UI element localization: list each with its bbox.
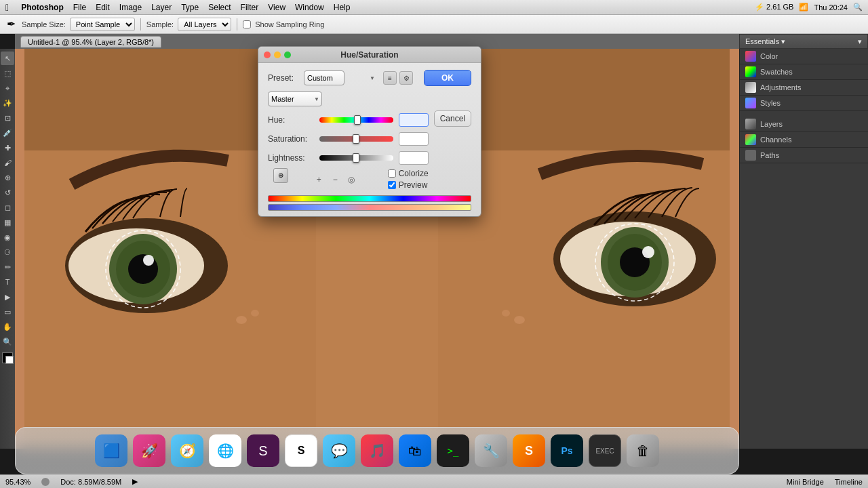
active-tab[interactable]: Untitled-1 @ 95.4% (Layer 2, RGB/8*) <box>20 36 161 47</box>
timeline-tab[interactable]: Timeline <box>835 478 863 486</box>
ok-button[interactable]: OK <box>424 70 471 86</box>
hue-input[interactable]: +39 <box>399 113 429 127</box>
wand-tool[interactable]: ✨ <box>1 96 14 110</box>
menu-image[interactable]: Image <box>119 3 142 12</box>
panel-adjustments[interactable]: Adjustments <box>740 80 868 96</box>
clone-tool[interactable]: ⊕ <box>1 171 14 184</box>
panel-color[interactable]: Color <box>740 49 868 64</box>
preview-checkbox[interactable] <box>388 181 396 189</box>
dock-exec[interactable]: EXEC <box>589 434 621 467</box>
dock-finder[interactable]: 🟦 <box>95 434 127 467</box>
lightness-input[interactable]: 0 <box>399 151 429 165</box>
gradient-tool[interactable]: ▦ <box>1 216 14 229</box>
foreground-color[interactable] <box>2 352 13 363</box>
menu-window[interactable]: Window <box>295 3 324 12</box>
eyedropper-tool[interactable]: 💉 <box>1 126 14 140</box>
saturation-input[interactable]: 0 <box>399 132 429 146</box>
select-tool[interactable]: ⬚ <box>1 66 14 80</box>
maximize-window-button[interactable] <box>284 52 291 58</box>
panel-layers[interactable]: Layers <box>740 117 868 132</box>
lightness-slider-track[interactable] <box>319 155 393 161</box>
dock-photoshop[interactable]: Ps <box>551 434 583 467</box>
menu-photoshop[interactable]: Photoshop <box>21 3 64 12</box>
dock-safari[interactable]: 🧭 <box>171 434 203 467</box>
preset-save-button[interactable]: ≡ <box>383 71 397 85</box>
panel-styles[interactable]: Styles <box>740 96 868 111</box>
panel-swatches[interactable]: Swatches <box>740 64 868 80</box>
menu-filter[interactable]: Filter <box>241 3 259 12</box>
dialog-title-bar: Hue/Saturation <box>258 47 481 63</box>
menu-layer[interactable]: Layer <box>151 3 172 12</box>
colorize-checkbox[interactable] <box>388 169 396 178</box>
expand-icon[interactable]: ▶ <box>132 477 138 486</box>
dock-messages[interactable]: 💬 <box>323 434 355 467</box>
lasso-tool[interactable]: ⌖ <box>1 81 14 95</box>
doc-info: Doc: 8.59M/8.59M <box>60 478 121 486</box>
menu-edit[interactable]: Edit <box>96 3 110 12</box>
saturation-slider-track[interactable] <box>319 136 393 142</box>
dock-chrome[interactable]: 🌐 <box>209 434 241 467</box>
dock-itunes[interactable]: 🎵 <box>361 434 393 467</box>
cancel-button[interactable]: Cancel <box>434 110 471 127</box>
dock-appstore[interactable]: 🛍 <box>399 434 431 467</box>
heal-tool[interactable]: ✚ <box>1 141 14 155</box>
colorize-label: Colorize <box>399 169 429 178</box>
add-sample-icon[interactable]: + <box>312 173 326 186</box>
menu-file[interactable]: File <box>73 3 86 12</box>
sample-select[interactable]: All Layers <box>178 18 231 31</box>
menu-view[interactable]: View <box>268 3 285 12</box>
pen-tool[interactable]: ✏ <box>1 260 14 274</box>
channel-select-wrap: Master Reds Yellows Greens Cyans Blues M… <box>268 92 322 106</box>
mini-bridge-tab[interactable]: Mini Bridge <box>787 478 824 486</box>
target-sample-icon[interactable]: ◎ <box>344 173 358 186</box>
colorize-option[interactable]: Colorize <box>388 169 429 178</box>
preset-options-button[interactable]: ⚙ <box>399 71 413 85</box>
color-label: Color <box>760 52 778 60</box>
dock-terminal[interactable]: >_ <box>437 434 469 467</box>
zoom-tool[interactable]: 🔍 <box>1 335 14 348</box>
dodge-tool[interactable]: ⚆ <box>1 245 14 259</box>
shape-tool[interactable]: ▭ <box>1 305 14 319</box>
eraser-tool[interactable]: ◻ <box>1 201 14 214</box>
chevron-down-icon: ▾ <box>858 37 862 46</box>
saturation-slider-thumb[interactable] <box>353 134 359 144</box>
close-window-button[interactable] <box>264 52 271 58</box>
minimize-window-button[interactable] <box>274 52 281 58</box>
dock-finder2[interactable]: 🔧 <box>475 434 507 467</box>
essentials-button[interactable]: Essentials ▾ ▾ <box>739 34 868 49</box>
dock-sublime[interactable]: S <box>513 434 545 467</box>
crop-tool[interactable]: ⊡ <box>1 111 14 125</box>
move-tool[interactable]: ↖ <box>1 52 14 65</box>
adjust-hue-icon[interactable]: ⊕ <box>273 168 288 183</box>
status-indicator[interactable] <box>41 478 50 486</box>
panel-channels[interactable]: Channels <box>740 132 868 148</box>
search-icon[interactable]: 🔍 <box>853 3 863 12</box>
dock-trash[interactable]: 🗑 <box>627 434 659 467</box>
hue-slider-track[interactable] <box>319 117 393 123</box>
panel-paths[interactable]: Paths <box>740 148 868 163</box>
history-tool[interactable]: ↺ <box>1 186 14 199</box>
menu-select[interactable]: Select <box>208 3 231 12</box>
channel-row: Master Reds Yellows Greens Cyans Blues M… <box>268 92 429 106</box>
dock-sonos[interactable]: S <box>285 434 317 467</box>
lightness-slider-thumb[interactable] <box>353 153 359 163</box>
dock-launchpad[interactable]: 🚀 <box>133 434 165 467</box>
essentials-label: Essentials ▾ <box>745 37 785 46</box>
path-select-tool[interactable]: ▶ <box>1 290 14 304</box>
brush-tool[interactable]: 🖌 <box>1 156 14 169</box>
sample-size-select[interactable]: Point Sample <box>70 18 135 31</box>
dock-slack[interactable]: S <box>247 434 279 467</box>
preset-select[interactable]: Custom Default <box>304 70 344 85</box>
menu-help[interactable]: Help <box>334 3 351 12</box>
blur-tool[interactable]: ◉ <box>1 230 14 244</box>
apple-logo-icon[interactable]:  <box>5 2 9 13</box>
hand-tool[interactable]: ✋ <box>1 320 14 333</box>
show-sampling-checkbox[interactable] <box>243 20 251 28</box>
subtract-sample-icon[interactable]: − <box>328 173 342 186</box>
hue-slider-thumb[interactable] <box>354 115 361 125</box>
preview-option[interactable]: Preview <box>388 180 429 190</box>
type-tool[interactable]: T <box>1 275 14 289</box>
preset-icons: ≡ ⚙ <box>383 71 413 85</box>
channel-select[interactable]: Master Reds Yellows Greens Cyans Blues M… <box>268 92 322 106</box>
menu-type[interactable]: Type <box>181 3 199 12</box>
